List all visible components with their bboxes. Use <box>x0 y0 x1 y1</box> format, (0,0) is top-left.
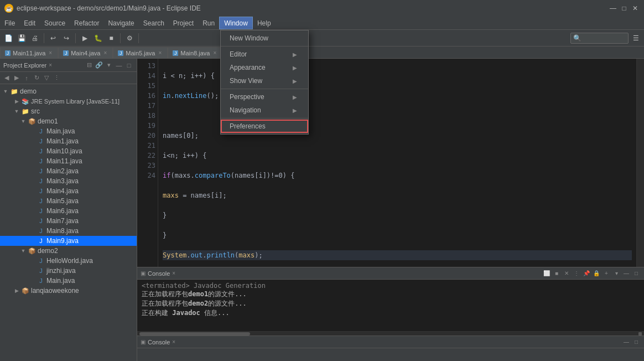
toolbar-perspective[interactable]: ☰ <box>630 32 642 44</box>
toolbar-sep1 <box>44 33 44 43</box>
menu-help[interactable]: Help <box>253 17 276 29</box>
filter-btn[interactable]: ▽ <box>42 74 51 82</box>
tree-toggle[interactable]: ▼ <box>20 247 27 254</box>
tree-item-jre[interactable]: ▶ 📚 JRE System Library [JavaSE-11] <box>0 96 137 106</box>
search-input[interactable] <box>581 35 626 42</box>
menu-new-window[interactable]: New Window <box>221 32 308 45</box>
view-menu-btn[interactable]: ▾ <box>105 61 113 70</box>
remove-launch-btn[interactable]: ✕ <box>562 269 571 278</box>
tree-toggle[interactable]: ▼ <box>2 88 9 95</box>
toolbar-save[interactable]: 💾 <box>15 32 28 44</box>
tree-item-label: jinzhi.java <box>46 267 76 275</box>
stop-console-btn[interactable]: ■ <box>552 269 561 278</box>
tab-close-main5[interactable]: × <box>157 50 163 56</box>
menu-file[interactable]: File <box>0 17 19 29</box>
menu-project[interactable]: Project <box>169 17 198 29</box>
display-select-btn[interactable]: ▾ <box>612 269 621 278</box>
tree-item-jinzhi[interactable]: ▶ J jinzhi.java <box>0 266 137 276</box>
tab-main11[interactable]: J Main11.java × <box>0 47 58 58</box>
tree-item-main9[interactable]: ▶ J Main9.java <box>0 236 137 246</box>
tab-close-main8[interactable]: × <box>212 50 217 56</box>
refresh-btn[interactable]: ↻ <box>32 74 41 82</box>
console-label: Console <box>148 270 170 277</box>
up-btn[interactable]: ↑ <box>22 74 31 82</box>
scroll-lock-btn[interactable]: 🔒 <box>592 269 601 278</box>
tab-close-main11[interactable]: × <box>48 50 53 56</box>
tree-item-main5[interactable]: ▶ J Main5.java <box>0 196 137 206</box>
tree-item-label: JRE System Library [JavaSE-11] <box>31 98 120 105</box>
back-btn[interactable]: ◀ <box>2 74 11 82</box>
maximize-button[interactable]: □ <box>620 4 629 13</box>
new-console-btn[interactable]: + <box>602 269 611 278</box>
maximize-panel-btn[interactable]: □ <box>124 61 133 70</box>
tree-toggle[interactable]: ▼ <box>13 108 20 115</box>
maximize-console-2-btn[interactable]: □ <box>632 338 641 347</box>
tree-item-src[interactable]: ▼ 📁 src <box>0 106 137 116</box>
tree-item-main[interactable]: ▶ J Main.java <box>0 126 137 136</box>
tree-item-main2[interactable]: ▶ J Main2.java <box>0 166 137 176</box>
close-button[interactable]: ✕ <box>631 4 640 13</box>
toolbar-new[interactable]: 📄 <box>2 32 14 44</box>
toolbar-build[interactable]: ⚙ <box>123 32 136 44</box>
tab-main5[interactable]: J Main5.java × <box>113 47 168 58</box>
tree-item-demo[interactable]: ▼ 📁 demo <box>0 86 137 96</box>
settings-btn[interactable]: ⋮ <box>52 74 61 82</box>
console-scrollbar[interactable] <box>137 331 644 336</box>
tree-item-demo1[interactable]: ▼ 📦 demo1 <box>0 116 137 126</box>
tree-item-main-demo2[interactable]: ▶ J Main.java <box>0 276 137 286</box>
tree-item-main3[interactable]: ▶ J Main3.java <box>0 176 137 186</box>
java-icon: J <box>37 277 45 285</box>
tree-item-main8[interactable]: ▶ J Main8.java <box>0 226 137 236</box>
minimize-panel-btn[interactable]: — <box>115 61 123 70</box>
toolbar-debug[interactable]: 🐛 <box>92 32 104 44</box>
tab-main4[interactable]: J Main4.java × <box>58 47 113 58</box>
menu-window[interactable]: Window <box>219 17 253 29</box>
menu-refactor[interactable]: Refactor <box>70 17 103 29</box>
forward-btn[interactable]: ▶ <box>12 74 21 82</box>
menu-source[interactable]: Source <box>40 17 70 29</box>
menu-navigate[interactable]: Navigate <box>103 17 138 29</box>
menu-navigation[interactable]: Navigation ▶ <box>221 104 308 117</box>
menu-perspective[interactable]: Perspective ▶ <box>221 90 308 104</box>
menu-run[interactable]: Run <box>198 17 219 29</box>
toolbar-stop[interactable]: ■ <box>105 32 117 44</box>
tree-item-main4[interactable]: ▶ J Main4.java <box>0 186 137 196</box>
maximize-console-btn[interactable]: □ <box>632 269 641 278</box>
tree-toggle[interactable]: ▼ <box>20 118 27 125</box>
menu-edit[interactable]: Edit <box>19 17 40 29</box>
menu-show-view[interactable]: Show View ▶ <box>221 74 308 87</box>
toolbar-redo[interactable]: ↪ <box>60 32 72 44</box>
tree-item-lanqiao[interactable]: ▶ 📦 lanqiaoweekone <box>0 286 137 296</box>
menu-appearance[interactable]: Appearance ▶ <box>221 61 308 74</box>
tab-close-main4[interactable]: × <box>102 50 108 56</box>
tree-item-label: lanqiaoweekone <box>31 287 79 295</box>
pin-console-btn[interactable]: 📌 <box>582 269 591 278</box>
menu-search[interactable]: Search <box>139 17 169 29</box>
minimize-button[interactable]: — <box>609 4 617 13</box>
tree-toggle[interactable]: ▶ <box>13 98 20 105</box>
link-editor-btn[interactable]: 🔗 <box>95 61 103 70</box>
tree-item-main6[interactable]: ▶ J Main6.java <box>0 206 137 216</box>
tree-item-main11[interactable]: ▶ J Main11.java <box>0 156 137 166</box>
tree-item-main10[interactable]: ▶ J Main10.java <box>0 146 137 156</box>
search-box[interactable]: 🔍 <box>570 33 629 44</box>
toolbar-print[interactable]: 🖨 <box>29 32 41 44</box>
tree-item-demo2[interactable]: ▼ 📦 demo2 <box>0 246 137 256</box>
menu-preferences[interactable]: Preferences <box>221 120 308 133</box>
console-more[interactable]: ⋮ <box>572 269 581 278</box>
tab-main8[interactable]: J Main8.java × <box>168 47 222 58</box>
collapse-all-btn[interactable]: ⊟ <box>85 61 94 70</box>
tree-item-label: Main4.java <box>46 187 79 195</box>
toolbar-run[interactable]: ▶ <box>79 32 91 44</box>
submenu-arrow: ▶ <box>293 78 297 84</box>
toolbar-undo[interactable]: ↩ <box>47 32 59 44</box>
console-panel-2: ▣ Console × — □ <box>137 336 644 361</box>
minimize-console-btn[interactable]: — <box>622 269 631 278</box>
menu-editor[interactable]: Editor ▶ <box>221 48 308 61</box>
tree-item-main1[interactable]: ▶ J Main1.java <box>0 136 137 146</box>
tree-item-helloworld[interactable]: ▶ J HelloWorld.java <box>0 256 137 266</box>
tree-item-main7[interactable]: ▶ J Main7.java <box>0 216 137 226</box>
tree-toggle[interactable]: ▶ <box>13 287 20 294</box>
minimize-console-2-btn[interactable]: — <box>622 338 631 347</box>
clear-console-btn[interactable]: ⬜ <box>542 269 551 278</box>
